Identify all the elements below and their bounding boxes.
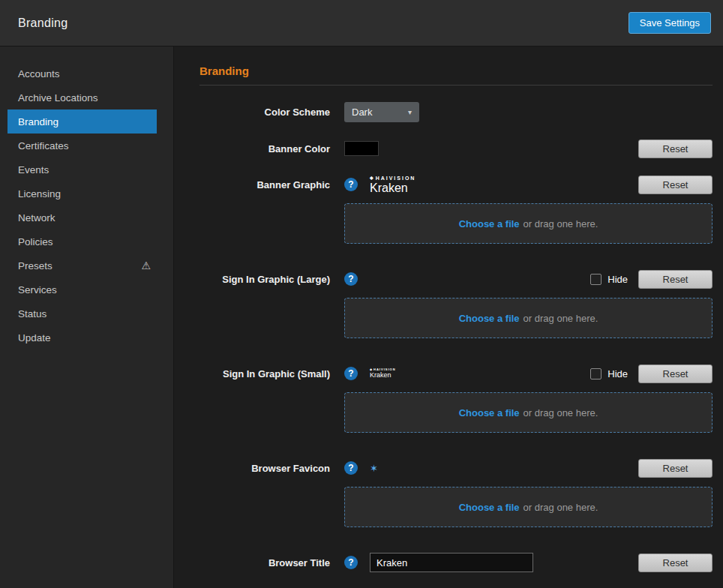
banner-graphic-reset-button[interactable]: Reset: [638, 176, 712, 194]
sidebar-item-label: Network: [18, 212, 56, 224]
sign-in-small-preview: ◆ HAIVISION Kraken: [370, 368, 396, 379]
row-sign-in-large-dropzone: Choose a file or drag one here.: [200, 298, 712, 338]
content-panel: Branding Color Scheme Dark ▾ Banner Colo…: [174, 46, 723, 588]
banner-graphic-preview: ◆ HAIVISION Kraken: [370, 176, 416, 194]
choose-file-link[interactable]: Choose a file: [459, 313, 520, 324]
row-banner-color: Banner Color Reset: [200, 139, 712, 158]
help-icon[interactable]: ?: [344, 178, 358, 191]
browser-favicon-reset-button[interactable]: Reset: [638, 459, 712, 478]
color-scheme-label: Color Scheme: [200, 106, 330, 118]
sidebar-item-branding[interactable]: Branding: [8, 110, 157, 134]
row-banner-graphic: Banner Graphic ? ◆ HAIVISION Kraken Rese…: [200, 175, 712, 194]
sidebar-item-label: Presets: [18, 260, 52, 272]
logo-line2: Kraken: [370, 372, 396, 379]
save-settings-button[interactable]: Save Settings: [628, 12, 711, 34]
sidebar-item-label: Policies: [18, 236, 53, 248]
dropzone-hint: or drag one here.: [524, 218, 598, 230]
sidebar-item-label: Licensing: [18, 188, 61, 200]
help-icon[interactable]: ?: [344, 461, 358, 475]
page-title: Branding: [18, 16, 68, 30]
sign-in-large-dropzone[interactable]: Choose a file or drag one here.: [344, 298, 712, 338]
sign-in-small-hide-group: Hide: [590, 368, 628, 380]
dropzone-hint: or drag one here.: [524, 502, 598, 513]
section-divider: [200, 85, 712, 86]
banner-color-swatch[interactable]: [344, 141, 379, 156]
row-color-scheme: Color Scheme Dark ▾: [200, 102, 712, 122]
row-sign-in-graphic-large: Sign In Graphic (Large) ? Hide Reset: [200, 269, 712, 289]
browser-title-label: Browser Title: [200, 557, 330, 568]
sign-in-small-reset-button[interactable]: Reset: [638, 364, 712, 383]
top-bar: Branding Save Settings: [0, 0, 723, 46]
sidebar-item-network[interactable]: Network: [0, 206, 157, 230]
sign-in-graphic-large-label: Sign In Graphic (Large): [200, 274, 330, 285]
sign-in-large-reset-button[interactable]: Reset: [638, 270, 712, 289]
choose-file-link[interactable]: Choose a file: [459, 502, 520, 513]
help-icon[interactable]: ?: [344, 272, 358, 286]
row-banner-graphic-dropzone: Choose a file or drag one here.: [200, 203, 712, 244]
color-scheme-select[interactable]: Dark ▾: [344, 102, 419, 122]
sign-in-small-dropzone[interactable]: Choose a file or drag one here.: [344, 392, 712, 433]
sidebar-item-accounts[interactable]: Accounts: [0, 62, 157, 86]
sidebar-item-label: Branding: [18, 116, 58, 128]
row-browser-favicon: Browser Favicon ? ✶ Reset: [200, 458, 712, 478]
hide-checkbox-label: Hide: [608, 274, 628, 285]
sign-in-small-hide-checkbox[interactable]: [590, 368, 602, 380]
sidebar-item-archive-locations[interactable]: Archive Locations: [0, 86, 157, 110]
row-sign-in-graphic-small: Sign In Graphic (Small) ? ◆ HAIVISION Kr…: [200, 364, 712, 383]
sidebar-item-label: Events: [18, 164, 49, 176]
banner-color-reset-button[interactable]: Reset: [638, 140, 712, 158]
banner-graphic-dropzone[interactable]: Choose a file or drag one here.: [344, 203, 712, 244]
help-icon[interactable]: ?: [344, 556, 358, 569]
browser-title-reset-button[interactable]: Reset: [638, 554, 712, 572]
sidebar-item-events[interactable]: Events: [0, 158, 157, 182]
haivision-logo-mark-icon: ◆: [370, 176, 374, 180]
banner-graphic-label: Banner Graphic: [200, 179, 330, 190]
chevron-down-icon: ▾: [408, 108, 412, 116]
sidebar-item-certificates[interactable]: Certificates: [0, 134, 157, 158]
sidebar-item-label: Accounts: [18, 68, 60, 80]
warning-icon: ⚠: [141, 260, 151, 271]
row-sign-in-small-dropzone: Choose a file or drag one here.: [200, 392, 712, 433]
favicon-preview-image: ✶: [370, 464, 378, 473]
color-scheme-selected-value: Dark: [352, 106, 372, 118]
sidebar-item-update[interactable]: Update: [0, 326, 157, 350]
sidebar-item-services[interactable]: Services: [0, 278, 157, 302]
hide-checkbox-label: Hide: [608, 368, 628, 380]
sidebar-item-policies[interactable]: Policies: [0, 230, 157, 254]
banner-color-label: Banner Color: [200, 143, 330, 154]
sign-in-large-hide-checkbox[interactable]: [590, 274, 602, 285]
browser-favicon-dropzone[interactable]: Choose a file or drag one here.: [344, 487, 712, 527]
sidebar: Accounts Archive Locations Branding Cert…: [0, 46, 174, 588]
sidebar-item-label: Certificates: [18, 140, 69, 152]
browser-favicon-label: Browser Favicon: [200, 463, 330, 474]
sign-in-graphic-small-label: Sign In Graphic (Small): [200, 368, 330, 380]
sidebar-item-label: Update: [18, 332, 51, 344]
help-icon[interactable]: ?: [344, 367, 358, 380]
main-layout: Accounts Archive Locations Branding Cert…: [0, 46, 723, 588]
dropzone-hint: or drag one here.: [524, 313, 598, 324]
sidebar-item-status[interactable]: Status: [0, 302, 157, 326]
sign-in-large-hide-group: Hide: [590, 274, 628, 285]
logo-line2: Kraken: [370, 182, 416, 194]
choose-file-link[interactable]: Choose a file: [459, 218, 520, 230]
sidebar-item-label: Archive Locations: [18, 92, 98, 104]
sidebar-item-presets[interactable]: Presets ⚠: [0, 254, 157, 278]
logo-line1: HAIVISION: [376, 176, 416, 181]
section-heading: Branding: [200, 64, 712, 77]
row-browser-favicon-dropzone: Choose a file or drag one here.: [200, 487, 712, 527]
browser-title-input[interactable]: [370, 553, 533, 572]
choose-file-link[interactable]: Choose a file: [459, 407, 520, 418]
dropzone-hint: or drag one here.: [524, 407, 598, 418]
sidebar-item-licensing[interactable]: Licensing: [0, 182, 157, 206]
sidebar-item-label: Services: [18, 284, 57, 296]
sidebar-item-label: Status: [18, 308, 46, 320]
row-browser-title: Browser Title ? Reset: [200, 553, 712, 572]
